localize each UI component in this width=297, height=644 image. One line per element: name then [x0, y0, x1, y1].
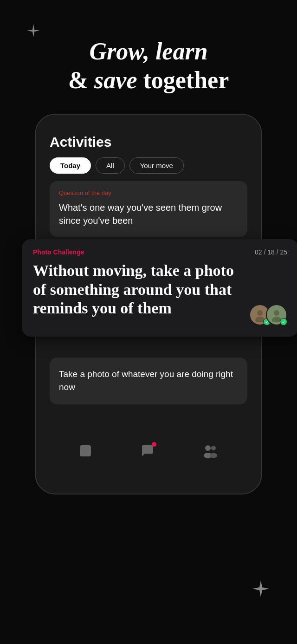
- tab-your-move[interactable]: Your move: [129, 157, 184, 174]
- filter-tabs: Today All Your move: [36, 150, 261, 181]
- avatar-2: ✓: [266, 304, 287, 325]
- tab-today[interactable]: Today: [50, 157, 91, 174]
- question-text: What's one way you've seen them grow sin…: [59, 201, 238, 227]
- activities-title: Activities: [36, 130, 261, 150]
- svg-rect-4: [80, 445, 91, 456]
- svg-point-8: [210, 453, 217, 458]
- question-card: Question of the day What's one way you'v…: [50, 181, 247, 237]
- photo-challenge-header: Photo Challenge 02 / 18 / 25: [33, 248, 287, 256]
- photo-challenge-text: Without moving, take a photo of somethin…: [33, 261, 245, 318]
- nav-people-icon[interactable]: [202, 443, 219, 462]
- activity-card-2: Take a photo of whatever you are doing r…: [50, 358, 247, 404]
- svg-point-2: [274, 310, 279, 316]
- nav-activities-icon[interactable]: [78, 443, 93, 462]
- hero-line2: & save together: [0, 66, 297, 95]
- svg-point-7: [211, 446, 216, 450]
- photo-challenge-card[interactable]: Photo Challenge 02 / 18 / 25 Without mov…: [22, 239, 297, 337]
- bottom-nav: [36, 432, 261, 475]
- photo-challenge-label: Photo Challenge: [33, 248, 84, 256]
- avatar-2-check: ✓: [280, 318, 287, 325]
- phone-mockup: Activities Today All Your move Question …: [35, 114, 262, 494]
- nav-chat-notification-dot: [152, 442, 156, 447]
- question-label: Question of the day: [59, 189, 238, 196]
- sparkle-top-left-icon: [27, 24, 40, 40]
- nav-chat-icon[interactable]: [140, 443, 155, 462]
- hero-line1: Grow, learn: [0, 37, 297, 66]
- activity-card-2-text: Take a photo of whatever you are doing r…: [59, 368, 238, 394]
- photo-challenge-date: 02 / 18 / 25: [255, 248, 287, 256]
- tab-all[interactable]: All: [96, 157, 125, 174]
- photo-challenge-avatars: ✓ ✓: [249, 304, 287, 325]
- svg-point-0: [257, 310, 263, 316]
- svg-point-5: [205, 445, 211, 451]
- hero-section: Grow, learn & save together: [0, 0, 297, 114]
- sparkle-bottom-right-icon: [252, 580, 269, 600]
